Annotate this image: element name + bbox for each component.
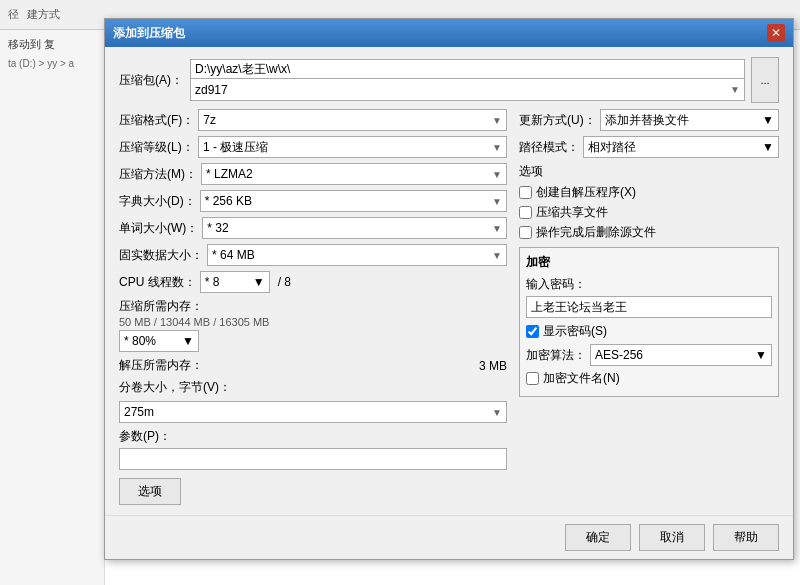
compress-mem-select[interactable]: * 80% [124, 334, 182, 348]
algo-label: 加密算法： [526, 347, 586, 364]
level-select-wrap[interactable]: 1 - 极速压缩 ▼ [198, 136, 507, 158]
archive-path-input[interactable] [195, 62, 740, 76]
level-label: 压缩等级(L)： [119, 139, 194, 156]
archive-name-select[interactable]: zd917 ▼ [190, 79, 745, 101]
path-mode-row: 踏径模式： 相对踏径 ▼ [519, 136, 779, 158]
decompress-mem-label: 解压所需内存： [119, 357, 203, 374]
format-arrow-icon: ▼ [492, 115, 502, 126]
help-button[interactable]: 帮助 [713, 524, 779, 551]
explorer-sidebar: 移动到 复 ta (D:) > yy > a [0, 30, 105, 585]
update-label: 更新方式(U)： [519, 112, 596, 129]
dialog-body: 压缩包(A)： zd917 ▼ ... [105, 47, 793, 515]
path-mode-label: 踏径模式： [519, 139, 579, 156]
archive-path-top [190, 59, 745, 79]
algo-select-wrap[interactable]: AES-256 ▼ [590, 344, 772, 366]
word-row: 单词大小(W)： * 32 ▼ [119, 217, 507, 239]
sidebar-path: ta (D:) > yy > a [0, 55, 104, 72]
method-row: 压缩方法(M)： * LZMA2 ▼ [119, 163, 507, 185]
cb-encrypt-names[interactable] [526, 372, 539, 385]
word-select[interactable]: * 32 [207, 221, 490, 235]
format-select[interactable]: 7z [203, 113, 490, 127]
dialog-footer: 确定 取消 帮助 [105, 515, 793, 559]
encrypt-password-input[interactable] [526, 296, 772, 318]
cb2-label: 压缩共享文件 [536, 204, 608, 221]
solid-label: 固实数据大小： [119, 247, 203, 264]
cb-shared[interactable] [519, 206, 532, 219]
cpu-row: CPU 线程数： * 8 ▼ / 8 [119, 271, 507, 293]
method-select[interactable]: * LZMA2 [206, 167, 490, 181]
encrypt-pw-label: 输入密码： [526, 276, 772, 293]
options-section: 选项 创建自解压程序(X) 压缩共享文件 操作完成后删除源文件 [519, 163, 779, 241]
cpu-select[interactable]: * 8 [205, 275, 253, 289]
update-row: 更新方式(U)： 添加并替换文件 ▼ [519, 109, 779, 131]
solid-select[interactable]: * 64 MB [212, 248, 490, 262]
compress-mem-select-wrap[interactable]: * 80% ▼ [119, 330, 199, 352]
dict-select-wrap[interactable]: * 256 KB ▼ [200, 190, 507, 212]
mode-label: 建方式 [27, 7, 60, 22]
compress-mem-block: 压缩所需内存： 50 MB / 13044 MB / 16305 MB * 80… [119, 298, 507, 352]
compress-mem-sub: 50 MB / 13044 MB / 16305 MB [119, 316, 507, 328]
path-mode-select-wrap[interactable]: 相对踏径 ▼ [583, 136, 779, 158]
show-pw-row: 显示密码(S) [526, 323, 772, 340]
path-mode-arrow-icon: ▼ [762, 140, 774, 154]
dict-label: 字典大小(D)： [119, 193, 196, 210]
archive-path-label: 压缩包(A)： [119, 72, 184, 89]
main-columns: 压缩格式(F)： 7z ▼ 压缩等级(L)： 1 [119, 109, 779, 505]
add-to-archive-dialog: 添加到压缩包 ✕ 压缩包(A)： zd917 ▼ . [104, 18, 794, 560]
cb-selfextract[interactable] [519, 186, 532, 199]
param-input[interactable] [119, 448, 507, 470]
encrypt-names-row: 加密文件名(N) [526, 370, 772, 387]
options-button[interactable]: 选项 [119, 478, 181, 505]
sidebar-move: 移动到 复 [0, 34, 104, 55]
split-input-wrap[interactable]: ▼ [119, 401, 507, 423]
update-arrow-icon: ▼ [762, 113, 774, 127]
split-input[interactable] [124, 405, 492, 419]
encrypt-names-label: 加密文件名(N) [543, 370, 620, 387]
cpu-select-wrap[interactable]: * 8 ▼ [200, 271, 270, 293]
cancel-button[interactable]: 取消 [639, 524, 705, 551]
solid-select-wrap[interactable]: * 64 MB ▼ [207, 244, 507, 266]
level-select[interactable]: 1 - 极速压缩 [203, 140, 490, 154]
cb-delete-source[interactable] [519, 226, 532, 239]
format-select-wrap[interactable]: 7z ▼ [198, 109, 507, 131]
split-input-row: ▼ [119, 401, 507, 423]
show-pw-label: 显示密码(S) [543, 323, 607, 340]
ok-button[interactable]: 确定 [565, 524, 631, 551]
solid-row: 固实数据大小： * 64 MB ▼ [119, 244, 507, 266]
split-label: 分卷大小，字节(V)： [119, 379, 231, 396]
dict-arrow-icon: ▼ [492, 196, 502, 207]
algo-select[interactable]: AES-256 [595, 348, 755, 362]
compress-mem-row: * 80% ▼ [119, 330, 507, 352]
level-arrow-icon: ▼ [492, 142, 502, 153]
options-section-title: 选项 [519, 163, 779, 180]
method-arrow-icon: ▼ [492, 169, 502, 180]
method-label: 压缩方法(M)： [119, 166, 197, 183]
dialog-title: 添加到压缩包 [113, 25, 185, 42]
encrypt-section: 加密 输入密码： 显示密码(S) 加密算法： AES-256 [519, 247, 779, 397]
decompress-mem-val: 3 MB [479, 359, 507, 373]
dict-select[interactable]: * 256 KB [205, 194, 490, 208]
cb2-row: 压缩共享文件 [519, 204, 779, 221]
close-button[interactable]: ✕ [767, 24, 785, 42]
archive-path-container: zd917 ▼ [190, 59, 745, 101]
archive-path-row: 压缩包(A)： zd917 ▼ ... [119, 57, 779, 103]
compress-mem-arrow-icon: ▼ [182, 334, 194, 348]
word-label: 单词大小(W)： [119, 220, 198, 237]
cb-show-password[interactable] [526, 325, 539, 338]
update-select[interactable]: 添加并替换文件 [605, 113, 762, 127]
right-column: 更新方式(U)： 添加并替换文件 ▼ 踏径模式： [519, 109, 779, 505]
update-select-wrap[interactable]: 添加并替换文件 ▼ [600, 109, 779, 131]
word-select-wrap[interactable]: * 32 ▼ [202, 217, 507, 239]
browse-button[interactable]: ... [751, 57, 779, 103]
archive-name-dropdown[interactable]: zd917 [195, 83, 730, 97]
path-mode-select[interactable]: 相对踏径 [588, 140, 762, 154]
method-select-wrap[interactable]: * LZMA2 ▼ [201, 163, 507, 185]
encrypt-title: 加密 [526, 254, 772, 271]
options-btn-wrap: 选项 [119, 478, 507, 505]
nav-label: 径 [8, 7, 19, 22]
cb3-row: 操作完成后删除源文件 [519, 224, 779, 241]
algo-row: 加密算法： AES-256 ▼ [526, 344, 772, 366]
cpu-max-label: / 8 [278, 275, 291, 289]
solid-arrow-icon: ▼ [492, 250, 502, 261]
decompress-mem-row: 解压所需内存： 3 MB [119, 357, 507, 374]
